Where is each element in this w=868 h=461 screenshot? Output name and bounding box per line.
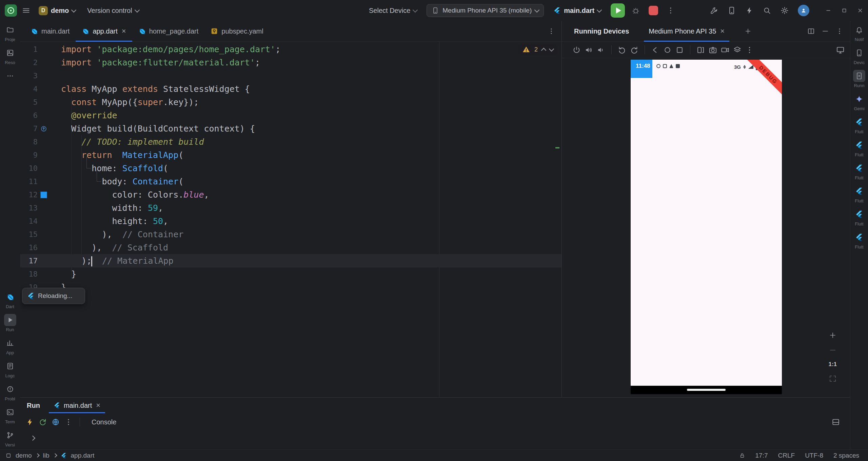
close-tab-icon[interactable]: × [122,27,126,35]
tool-stripe-item-Term[interactable]: Term [0,406,20,424]
minus-icon[interactable] [829,346,837,354]
tool-stripe-item-Versi[interactable]: Versi [0,429,20,447]
code-line[interactable]: 4class MyApp extends StatelessWidget { [20,82,561,96]
tool-stripe-item-Flutt[interactable]: Flutt [850,208,868,226]
tool-stripe-item-Logc[interactable]: Logc [0,360,20,378]
line-number[interactable]: 1 [20,43,38,56]
code-line[interactable]: 18 } [20,267,561,281]
settings-icon[interactable] [780,6,789,15]
tool-stripe-item-Proje[interactable]: Proje [0,24,20,42]
minimize-button[interactable] [820,0,836,21]
line-number[interactable]: 10 [20,162,38,175]
search-icon[interactable] [763,6,771,15]
gutter[interactable] [38,267,50,281]
code-line[interactable]: 12 color: Colors.blue, [20,188,561,201]
select-device-dropdown[interactable]: Select Device [366,5,420,17]
layout-settings-icon[interactable] [831,418,840,426]
profiler-icon[interactable] [745,6,754,15]
tab-options-icon[interactable] [547,27,555,35]
console-output[interactable] [20,431,850,449]
tab-main.dart[interactable]: main.dart [24,21,76,41]
vcs-widget[interactable]: Version control [84,5,142,17]
line-number[interactable]: 18 [20,267,38,281]
gutter[interactable] [38,82,50,96]
gutter[interactable] [38,56,50,69]
rotate-left-icon[interactable] [617,45,627,55]
gutter[interactable] [38,241,50,254]
split-icon[interactable] [807,27,815,35]
back-icon[interactable] [651,45,660,55]
main-menu-icon[interactable] [22,6,31,15]
breadcrumb-file[interactable]: app.dart [71,452,95,459]
code-line[interactable]: 7 Widget build(BuildContext context) { [20,122,561,135]
gutter[interactable] [38,135,50,148]
code-line[interactable]: 9 return MaterialApp( [20,148,561,162]
tool-stripe-item-Reso[interactable]: Reso [0,47,20,65]
close-tab-icon[interactable]: × [720,27,725,35]
gutter[interactable] [38,148,50,162]
tool-stripe-item-Devic[interactable]: Devic [850,47,868,65]
gutter[interactable] [38,69,50,82]
gutter[interactable] [38,43,50,56]
gutter[interactable] [38,254,50,267]
gutter[interactable] [38,188,50,201]
hot-reload-icon[interactable] [25,418,34,426]
line-number[interactable]: 16 [20,241,38,254]
volume-up-icon[interactable] [584,45,593,55]
line-number[interactable]: 3 [20,69,38,82]
line-number[interactable]: 5 [20,96,38,109]
more-actions-icon[interactable] [666,6,675,15]
line-number[interactable]: 7 [20,122,38,135]
device-tab[interactable]: Medium Phone API 35 × [644,21,729,41]
fold-icon[interactable] [696,45,705,55]
line-number[interactable]: 2 [20,56,38,69]
tab-pubspec.yaml[interactable]: pubspec.yaml [204,21,269,41]
code-line[interactable]: 15 ), // Container [20,228,561,241]
device-screen[interactable]: 11:48 3G DEBUG [631,60,782,386]
code-line[interactable]: 6 @override [20,109,561,122]
tab-app.dart[interactable]: app.dart× [76,21,132,41]
debug-button[interactable] [631,6,640,15]
gutter[interactable] [38,96,50,109]
breadcrumb-folder[interactable]: lib [43,452,50,459]
line-number[interactable]: 15 [20,228,38,241]
code-line[interactable]: 10 home: Scaffold( [20,162,561,175]
run-tab[interactable]: main.dart × [49,398,105,413]
run-button[interactable] [611,3,625,18]
indent-config[interactable]: 2 spaces [833,452,859,459]
tool-stripe-item-more-h[interactable] [0,70,20,88]
console-expand-icon[interactable] [30,436,36,441]
code-line[interactable]: 5 const MyApp({super.key}); [20,96,561,109]
code-line[interactable]: 13 width: 59, [20,201,561,215]
file-encoding[interactable]: UTF-8 [805,452,823,459]
tool-stripe-item-Dart[interactable]: Dart [0,291,20,309]
gutter[interactable] [38,215,50,228]
overview-icon[interactable] [675,45,684,55]
tool-stripe-item-Gemi[interactable]: Gemi [850,93,868,111]
tool-stripe-item-Flutt[interactable]: Flutt [850,162,868,180]
more-v-icon[interactable] [64,418,73,426]
more-v-icon[interactable] [745,45,754,55]
code-line[interactable]: 17 ); // MaterialApp [20,254,561,267]
hot-restart-icon[interactable] [38,418,47,426]
tab-home_page.dart[interactable]: home_page.dart [132,21,205,41]
tool-stripe-item-Run[interactable]: Run [0,314,20,332]
tool-stripe-item-Runn[interactable]: Runn [850,70,868,88]
tool-stripe-item-Notif[interactable]: Notif [850,24,868,42]
build-icon[interactable] [710,6,718,15]
inspections-widget[interactable]: 2 [518,44,557,55]
color-swatch-icon[interactable] [40,192,47,198]
code-line[interactable]: 3 [20,69,561,82]
code-line[interactable]: 8 // TODO: implement build [20,135,561,148]
volume-down-icon[interactable] [596,45,606,55]
override-gutter-icon[interactable] [40,125,47,133]
run-config-dropdown[interactable]: main.dart [550,5,605,17]
home-circle-icon[interactable] [663,45,672,55]
gutter[interactable] [38,228,50,241]
stop-button[interactable] [647,4,660,17]
caret-position[interactable]: 17:7 [755,452,768,459]
code-line[interactable]: 16 ), // Scaffold [20,241,561,254]
next-warning-icon[interactable] [549,46,554,52]
add-device-tab-icon[interactable] [744,27,752,35]
line-number[interactable]: 4 [20,82,38,96]
